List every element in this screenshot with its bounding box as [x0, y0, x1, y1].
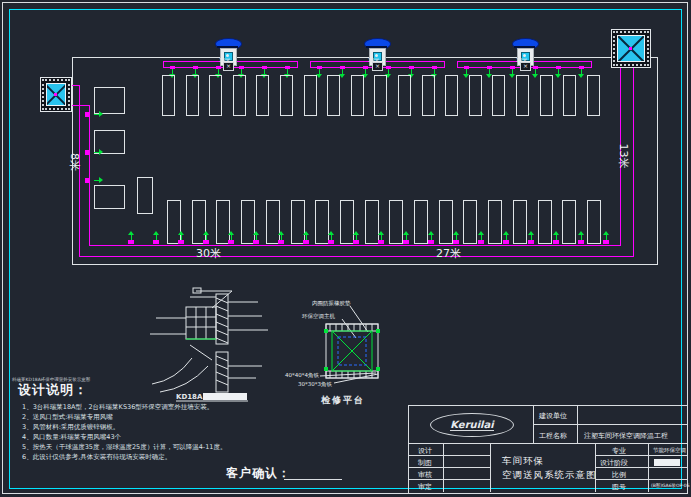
machine-top-row [469, 75, 482, 116]
dimension-right-duct: 13米 [619, 141, 631, 171]
project-name-value: 注塑车间环保空调降温工程 [584, 431, 668, 441]
grid-line [408, 443, 687, 444]
drawing-title-line1: 车间环保 [502, 454, 544, 467]
detail-unit-label: KD18A [176, 393, 202, 401]
diffuser-icon [509, 74, 515, 78]
machine-bottom-row [216, 200, 230, 244]
evaporative-unit-icon [611, 29, 651, 68]
duct-outlet-tap [128, 240, 134, 244]
duct-outlet-tap [378, 240, 384, 244]
machine-top-row [186, 75, 199, 116]
duct-outlet-tap [503, 240, 509, 244]
evaporative-unit-icon [54, 93, 57, 96]
machine-bottom-row [315, 200, 329, 244]
owner-label: 建设单位 [539, 411, 567, 421]
machine-bottom-row [414, 200, 428, 244]
machine-bottom-row [538, 200, 552, 244]
platform-label-host-unit: 环保空调主机 [302, 313, 335, 320]
diffuser-icon [156, 235, 157, 240]
diffuser-icon [281, 235, 282, 240]
diffuser-icon [506, 235, 507, 240]
duct-outlet-tap [578, 240, 584, 244]
duct-outlet-tap [253, 240, 259, 244]
duct-outlet-tap [228, 240, 234, 244]
duct-outlet-tap [85, 178, 89, 183]
diffuser-icon [431, 235, 432, 240]
machine-bottom-row [365, 200, 379, 244]
duct-outlet-tap [478, 240, 484, 244]
duct-outlet-tap [303, 240, 309, 244]
diffuser-icon [231, 235, 232, 240]
machine-bottom-row [488, 200, 502, 244]
specialty-label: 专业 [612, 446, 626, 456]
design-note-1: 1、3台科瑞莱18A型，2台科瑞莱KS36型环保空调室外挂墙安装。 [22, 402, 226, 412]
diffuser-icon [356, 235, 357, 240]
machine-top-row [445, 75, 458, 116]
diffuser-icon [531, 235, 532, 240]
machine-bottom-row [389, 200, 403, 244]
platform-label-rubber-pad: 内圈防振橡胶垫 [312, 300, 351, 307]
machine-bottom-row [439, 200, 453, 244]
machine-top-row [209, 75, 222, 116]
duct-damper-icon: × [372, 62, 383, 71]
duct-damper-icon: × [520, 62, 531, 71]
diffuser-icon [206, 235, 207, 240]
platform-caption: 检修平台 [321, 394, 365, 407]
diffuser-icon [532, 74, 538, 78]
duct-outlet-tap [603, 240, 609, 244]
duct-outlet-tap [153, 240, 159, 244]
machine-bottom-row [340, 200, 354, 244]
supply-duct-bottom-inner [89, 245, 621, 246]
duct-outlet-tap [85, 112, 89, 117]
diffuser-icon [581, 235, 582, 240]
design-note-5: 5、按热天（干球温度35度，湿球温度25度）计算，可以降温4-11度。 [22, 442, 226, 452]
machine-bottom-row [587, 200, 601, 244]
machine-top-row [540, 75, 553, 116]
customer-confirm-signature-line [284, 479, 342, 480]
duct-damper-icon: × [223, 62, 234, 71]
design-notes-heading: 设计说明： [18, 381, 88, 399]
dimension-bottom-left-duct: 30米 [196, 246, 221, 261]
duct-connector [69, 105, 90, 106]
machine-top-row [162, 75, 175, 116]
design-stage-label: 设计阶段 [600, 458, 628, 468]
machine-top-row [280, 75, 293, 116]
design-note-2: 2、送风口型式:科瑞莱专用风嘴 [22, 412, 226, 422]
title-block: Keruilai 建设单位 工程名称 注塑车间环保空调降温工程 设计 制图 审核… [408, 405, 688, 494]
machine-bottom-row [463, 200, 477, 244]
project-name-label: 工程名称 [539, 431, 567, 441]
platform-label-angle-iron-40: 40*40*4角铁 [285, 372, 319, 379]
design-notes-list: 1、3台科瑞莱18A型，2台科瑞莱KS36型环保空调室外挂墙安装。 2、送风口型… [22, 402, 226, 462]
duct-outlet-tap [553, 240, 559, 244]
diffuser-icon [306, 235, 307, 240]
diffuser-icon [578, 74, 584, 78]
keruilai-logo-text: Keruilai [450, 419, 493, 431]
machine-top-row [256, 75, 269, 116]
diffuser-icon [256, 235, 257, 240]
dimension-left-duct: 8米 [70, 147, 82, 177]
duct-outlet-tap [328, 240, 334, 244]
machine-top-row [516, 75, 529, 116]
machine-bottom-row [291, 200, 305, 244]
duct-outlet-tap [453, 240, 459, 244]
scale-label: 比例 [612, 470, 626, 480]
drawing-number-label: 图号 [612, 482, 626, 492]
supply-duct-left-inner [89, 106, 90, 245]
duct-outlet-tap [178, 240, 184, 244]
workshop-floor-plan: 18米×18米×18米× [0, 0, 691, 290]
evaporative-unit-icon [629, 47, 632, 50]
grid-line [533, 424, 687, 425]
machine-top-row [587, 75, 600, 116]
duct-outlet-tap [278, 240, 284, 244]
row-design-label: 设计 [418, 446, 432, 456]
specialty-value: 节能环保空调 [653, 447, 686, 454]
supply-duct-bottom-outer [79, 256, 634, 257]
diffuser-icon [99, 111, 103, 117]
detail-drawings-linework [145, 283, 395, 408]
duct-outlet-tap [85, 150, 89, 155]
row-drafting-label: 制图 [418, 458, 432, 468]
evaporative-unit-icon [40, 77, 72, 112]
diffuser-icon [481, 235, 482, 240]
duct-outlet-tap [353, 240, 359, 244]
duct-outlet-tap [203, 240, 209, 244]
